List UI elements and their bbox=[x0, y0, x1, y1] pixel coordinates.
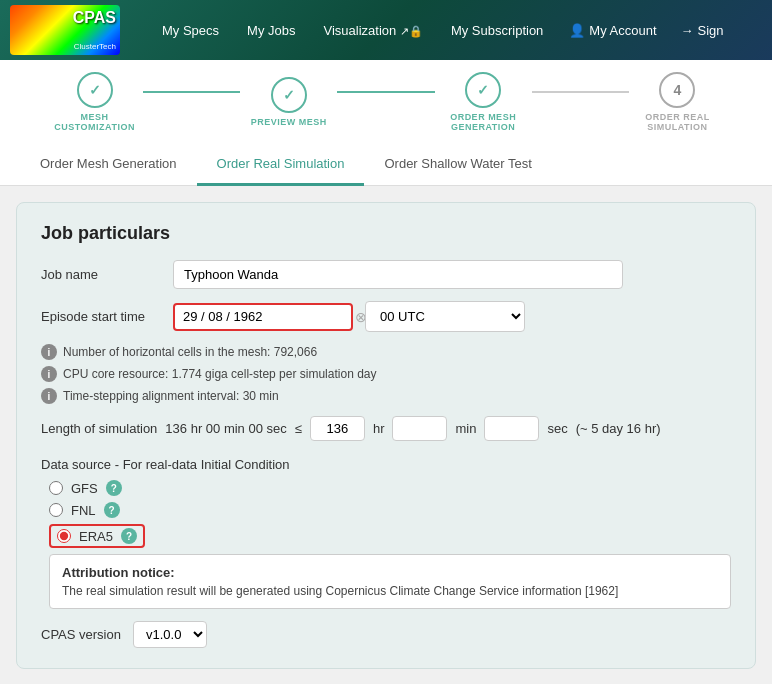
date-input-wrapper: ⊗ bbox=[173, 303, 353, 331]
progress-steps: ✓ MESH CUSTOMIZATION ✓ PREVIEW MESH ✓ OR… bbox=[46, 72, 726, 132]
step-circle-3: ✓ bbox=[465, 72, 501, 108]
gfs-help-icon[interactable]: ? bbox=[106, 480, 122, 496]
radio-gfs-row: GFS ? bbox=[49, 480, 731, 496]
sim-sec-input[interactable] bbox=[484, 416, 539, 441]
step-3: ✓ ORDER MESH GENERATION bbox=[435, 72, 532, 132]
step-4: 4 ORDER REAL SIMULATION bbox=[629, 72, 726, 132]
logo-sub-text: ClusterTech bbox=[74, 42, 116, 51]
sim-hr-input[interactable] bbox=[310, 416, 365, 441]
episode-start-row: Episode start time ⊗ 00 UTC 06 UTC 12 UT… bbox=[41, 301, 731, 332]
step-label-4: ORDER REAL SIMULATION bbox=[629, 112, 726, 132]
step-label-3: ORDER MESH GENERATION bbox=[435, 112, 532, 132]
attribution-title: Attribution notice: bbox=[62, 565, 718, 580]
sim-min-input[interactable] bbox=[392, 416, 447, 441]
nav-sign[interactable]: → Sign bbox=[671, 15, 734, 46]
external-link-icon: ↗🔒 bbox=[400, 25, 423, 37]
info-row-1: i Number of horizontal cells in the mesh… bbox=[41, 344, 731, 360]
main-content: Job particulars Job name Episode start t… bbox=[0, 186, 772, 684]
sim-length-value: 136 hr 00 min 00 sec bbox=[165, 421, 286, 436]
version-select[interactable]: v1.0.0 v1.1.0 v1.2.0 bbox=[133, 621, 207, 648]
attribution-text: The real simulation result will be gener… bbox=[62, 584, 718, 598]
radio-era5-row: ERA5 ? bbox=[49, 524, 145, 548]
radio-gfs-label: GFS bbox=[71, 481, 98, 496]
info-icon-3: i bbox=[41, 388, 57, 404]
datasource-label: Data source - For real-data Initial Cond… bbox=[41, 457, 731, 472]
date-input[interactable] bbox=[183, 309, 351, 324]
sim-hr-unit: hr bbox=[373, 421, 385, 436]
step-circle-2: ✓ bbox=[271, 77, 307, 113]
nav-links: My Specs My Jobs Visualization ↗🔒 My Sub… bbox=[150, 15, 762, 46]
nav-my-account[interactable]: 👤 My Account bbox=[559, 15, 666, 46]
sign-icon: → bbox=[681, 23, 694, 38]
logo-cpas-text: CPAS bbox=[73, 9, 116, 27]
sim-leq: ≤ bbox=[295, 421, 302, 436]
sim-sec-unit: sec bbox=[547, 421, 567, 436]
info-text-2: CPU core resource: 1.774 giga cell-step … bbox=[63, 367, 377, 381]
sim-approx: (~ 5 day 16 hr) bbox=[576, 421, 661, 436]
step-line-2 bbox=[337, 91, 434, 93]
utc-select[interactable]: 00 UTC 06 UTC 12 UTC 18 UTC bbox=[365, 301, 525, 332]
radio-gfs[interactable] bbox=[49, 481, 63, 495]
tab-order-real[interactable]: Order Real Simulation bbox=[197, 144, 365, 186]
job-name-input[interactable] bbox=[173, 260, 623, 289]
step-line-3 bbox=[532, 91, 629, 93]
step-circle-4: 4 bbox=[659, 72, 695, 108]
version-row: CPAS version v1.0.0 v1.1.0 v1.2.0 bbox=[41, 621, 731, 648]
info-row-2: i CPU core resource: 1.774 giga cell-ste… bbox=[41, 366, 731, 382]
step-1: ✓ MESH CUSTOMIZATION bbox=[46, 72, 143, 132]
attribution-box: Attribution notice: The real simulation … bbox=[49, 554, 731, 609]
step-line-1 bbox=[143, 91, 240, 93]
info-icon-2: i bbox=[41, 366, 57, 382]
info-text-1: Number of horizontal cells in the mesh: … bbox=[63, 345, 317, 359]
sim-min-unit: min bbox=[455, 421, 476, 436]
info-row-3: i Time-stepping alignment interval: 30 m… bbox=[41, 388, 731, 404]
era5-help-icon[interactable]: ? bbox=[121, 528, 137, 544]
step-label-1: MESH CUSTOMIZATION bbox=[46, 112, 143, 132]
sim-length-label: Length of simulation bbox=[41, 421, 157, 436]
tabs-container: Order Mesh Generation Order Real Simulat… bbox=[0, 144, 772, 186]
nav-visualization[interactable]: Visualization ↗🔒 bbox=[311, 15, 434, 46]
nav-my-specs[interactable]: My Specs bbox=[150, 15, 231, 46]
job-name-row: Job name bbox=[41, 260, 731, 289]
episode-start-label: Episode start time bbox=[41, 309, 161, 324]
radio-fnl-label: FNL bbox=[71, 503, 96, 518]
fnl-help-icon[interactable]: ? bbox=[104, 502, 120, 518]
radio-era5[interactable] bbox=[57, 529, 71, 543]
info-text-3: Time-stepping alignment interval: 30 min bbox=[63, 389, 279, 403]
version-label: CPAS version bbox=[41, 627, 121, 642]
nav-my-jobs[interactable]: My Jobs bbox=[235, 15, 307, 46]
user-icon: 👤 bbox=[569, 23, 585, 38]
tab-order-shallow[interactable]: Order Shallow Water Test bbox=[364, 144, 551, 186]
radio-era5-label: ERA5 bbox=[79, 529, 113, 544]
nav-my-subscription[interactable]: My Subscription bbox=[439, 15, 555, 46]
header: CPAS ClusterTech My Specs My Jobs Visual… bbox=[0, 0, 772, 60]
radio-fnl-row: FNL ? bbox=[49, 502, 731, 518]
radio-fnl[interactable] bbox=[49, 503, 63, 517]
step-2: ✓ PREVIEW MESH bbox=[240, 77, 337, 127]
logo-area: CPAS ClusterTech bbox=[10, 5, 150, 55]
progress-bar: ✓ MESH CUSTOMIZATION ✓ PREVIEW MESH ✓ OR… bbox=[0, 60, 772, 144]
sim-length-row: Length of simulation 136 hr 00 min 00 se… bbox=[41, 416, 731, 441]
job-name-label: Job name bbox=[41, 267, 161, 282]
card-title: Job particulars bbox=[41, 223, 731, 244]
tab-order-mesh[interactable]: Order Mesh Generation bbox=[20, 144, 197, 186]
logo-image: CPAS ClusterTech bbox=[10, 5, 120, 55]
step-circle-1: ✓ bbox=[77, 72, 113, 108]
job-particulars-card: Job particulars Job name Episode start t… bbox=[16, 202, 756, 669]
info-icon-1: i bbox=[41, 344, 57, 360]
step-label-2: PREVIEW MESH bbox=[251, 117, 327, 127]
